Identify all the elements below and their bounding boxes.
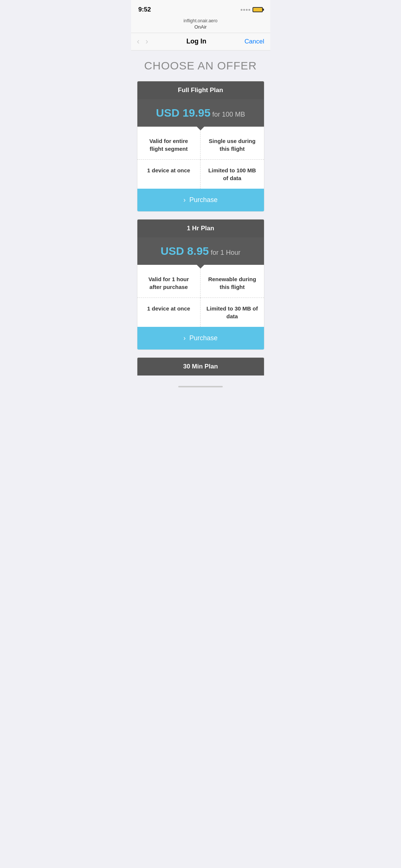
30min-plan-card: 30 Min Plan (137, 357, 264, 376)
1hr-purchase-button[interactable]: › Purchase (137, 327, 264, 350)
1hr-feature-4: Limited to 30 MB of data (200, 298, 264, 327)
1hr-feature-2: Renewable during this flight (200, 269, 264, 298)
full-flight-purchase-button[interactable]: › Purchase (137, 189, 264, 211)
status-icons (241, 7, 263, 12)
back-arrow-icon[interactable]: ‹ (137, 37, 140, 46)
1hr-plan-header-label: 1 Hr Plan (187, 225, 214, 232)
full-flight-price: USD 19.95 (156, 107, 211, 119)
full-flight-price-row: USD 19.95 for 100 MB (137, 99, 264, 127)
full-flight-price-detail: for 100 MB (211, 111, 245, 118)
browser-bar: inflight.onair.aero OnAir (131, 16, 270, 33)
nav-bar: ‹ › Log In Cancel (131, 33, 270, 51)
status-time: 9:52 (138, 6, 151, 13)
1hr-feature-1: Valid for 1 hour after purchase (137, 269, 201, 298)
full-flight-purchase-label: Purchase (189, 196, 218, 204)
signal-icon (241, 9, 250, 11)
browser-url: inflight.onair.aero (131, 18, 270, 24)
main-content: CHOOSE AN OFFER Full Flight Plan USD 19.… (131, 51, 270, 395)
full-flight-feature-1: Valid for entire flight segment (137, 130, 201, 160)
1hr-plan-header: 1 Hr Plan (137, 220, 264, 237)
1hr-plan-card: 1 Hr Plan USD 8.95 for 1 Hour Valid for … (137, 219, 264, 350)
nav-arrows: ‹ › (137, 37, 149, 46)
1hr-price: USD 8.95 (160, 245, 209, 257)
purchase-chevron-icon: › (183, 196, 186, 204)
full-flight-feature-4: Limited to 100 MB of data (200, 160, 264, 189)
battery-icon (252, 7, 263, 12)
scroll-bar (178, 386, 223, 387)
full-flight-plan-header-label: Full Flight Plan (178, 87, 223, 94)
1hr-feature-3: 1 device at once (137, 298, 201, 327)
30min-plan-header-label: 30 Min Plan (183, 363, 218, 370)
1hr-features: Valid for 1 hour after purchase Renewabl… (137, 269, 264, 327)
nav-title: Log In (186, 38, 206, 45)
status-bar: 9:52 (131, 0, 270, 16)
full-flight-features: Valid for entire flight segment Single u… (137, 130, 264, 189)
1hr-price-row: USD 8.95 for 1 Hour (137, 237, 264, 265)
browser-site-name: OnAir (131, 24, 270, 30)
full-flight-plan-card: Full Flight Plan USD 19.95 for 100 MB Va… (137, 81, 264, 212)
full-flight-feature-3: 1 device at once (137, 160, 201, 189)
scroll-indicator (137, 383, 264, 389)
full-flight-feature-2: Single use during this flight (200, 130, 264, 160)
forward-arrow-icon[interactable]: › (146, 37, 148, 46)
cancel-button[interactable]: Cancel (245, 38, 264, 45)
1hr-price-detail: for 1 Hour (209, 249, 241, 256)
1hr-purchase-chevron-icon: › (183, 334, 186, 342)
full-flight-plan-header: Full Flight Plan (137, 81, 264, 99)
1hr-purchase-label: Purchase (189, 334, 218, 342)
page-title: CHOOSE AN OFFER (137, 59, 264, 72)
30min-plan-header: 30 Min Plan (137, 358, 264, 376)
